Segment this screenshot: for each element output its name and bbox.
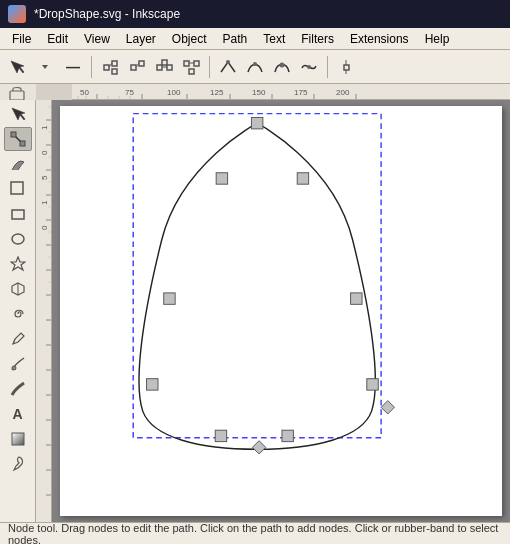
svg-rect-14 (189, 69, 194, 74)
svg-marker-0 (42, 65, 48, 69)
svg-point-18 (280, 62, 285, 67)
svg-rect-47 (12, 210, 24, 219)
menu-path[interactable]: Path (215, 30, 256, 48)
svg-rect-13 (194, 61, 199, 66)
node-sym-btn[interactable] (151, 54, 177, 80)
status-text: Node tool. Drag nodes to edit the path. … (8, 522, 502, 545)
ellipse-tool-btn[interactable] (4, 227, 32, 251)
workspace: 50 75 100 125 150 175 200 (0, 84, 510, 544)
ruler-row: 50 75 100 125 150 175 200 (0, 84, 510, 100)
svg-text:200: 200 (336, 88, 350, 97)
menu-extensions[interactable]: Extensions (342, 30, 417, 48)
node-diamond-bottom-center[interactable] (252, 441, 265, 454)
main-area: A (0, 100, 510, 522)
svg-marker-49 (11, 257, 25, 270)
node-diamond-right[interactable] (381, 401, 394, 414)
menu-view[interactable]: View (76, 30, 118, 48)
title-bar: *DropShape.svg - Inkscape (0, 0, 510, 28)
horizontal-ruler: 50 75 100 125 150 175 200 (72, 84, 510, 100)
svg-rect-10 (167, 65, 172, 70)
cusp-btn[interactable] (215, 54, 241, 80)
selector-tool-btn[interactable] (4, 102, 32, 126)
text-tool-btn[interactable]: A (4, 402, 32, 426)
svg-text:175: 175 (294, 88, 308, 97)
drop-shape[interactable] (139, 123, 375, 449)
calligraphy-btn[interactable] (4, 377, 32, 401)
status-bar: Node tool. Drag nodes to edit the path. … (0, 522, 510, 544)
node-left-lower[interactable] (147, 379, 158, 390)
node-bottom-left[interactable] (215, 430, 226, 441)
svg-point-16 (226, 60, 230, 64)
node-upper-right[interactable] (297, 173, 308, 184)
svg-text:75: 75 (125, 88, 134, 97)
svg-text:0: 0 (40, 150, 49, 155)
svg-rect-45 (20, 141, 25, 146)
svg-point-19 (307, 65, 311, 69)
node-remove-btn[interactable] (124, 54, 150, 80)
svg-rect-53 (12, 433, 24, 445)
shape-svg (60, 106, 502, 516)
tweak-tool-btn[interactable] (4, 152, 32, 176)
menu-bar: File Edit View Layer Object Path Text Fi… (0, 28, 510, 50)
node-right-lower[interactable] (367, 379, 378, 390)
svg-text:1: 1 (40, 125, 49, 130)
node-right-upper[interactable] (351, 293, 362, 304)
menu-file[interactable]: File (4, 30, 39, 48)
auto-smooth-btn[interactable] (296, 54, 322, 80)
dropdown-arrow-btn[interactable] (32, 54, 58, 80)
node-add-btn[interactable] (97, 54, 123, 80)
show-handles-btn[interactable] (333, 54, 359, 80)
canvas-area[interactable] (52, 100, 510, 522)
node-upper-left[interactable] (216, 173, 227, 184)
title-text: *DropShape.svg - Inkscape (34, 7, 180, 21)
node-left-upper[interactable] (164, 293, 175, 304)
symmetric-btn[interactable] (269, 54, 295, 80)
minus-btn[interactable]: — (60, 54, 86, 80)
smooth-btn[interactable] (242, 54, 268, 80)
svg-text:5: 5 (40, 175, 49, 180)
svg-rect-6 (139, 61, 144, 66)
gradient-tool-btn[interactable] (4, 427, 32, 451)
pen-tool-btn[interactable] (4, 352, 32, 376)
svg-rect-2 (112, 61, 117, 66)
svg-text:150: 150 (252, 88, 266, 97)
node-bottom-right[interactable] (282, 430, 293, 441)
node-top[interactable] (251, 117, 262, 128)
star-tool-btn[interactable] (4, 252, 32, 276)
app-icon (8, 5, 26, 23)
canvas-page (60, 106, 502, 516)
3d-box-btn[interactable] (4, 277, 32, 301)
zoom-tool-btn[interactable] (4, 177, 32, 201)
svg-text:0: 0 (40, 225, 49, 230)
svg-text:100: 100 (167, 88, 181, 97)
menu-help[interactable]: Help (417, 30, 458, 48)
svg-text:50: 50 (80, 88, 89, 97)
sep2 (209, 56, 210, 78)
menu-text[interactable]: Text (255, 30, 293, 48)
dropper-tool-btn[interactable] (4, 452, 32, 476)
selection-rect (133, 114, 381, 438)
sep1 (91, 56, 92, 78)
ruler-corner (0, 84, 36, 100)
select-btn[interactable] (4, 54, 30, 80)
rect-tool-btn[interactable] (4, 202, 32, 226)
vertical-ruler: 1 0 5 1 0 (36, 100, 52, 522)
menu-object[interactable]: Object (164, 30, 215, 48)
sep3 (327, 56, 328, 78)
svg-rect-20 (344, 65, 349, 70)
svg-rect-46 (11, 182, 23, 194)
spiral-tool-btn[interactable] (4, 302, 32, 326)
toolbox: A (0, 100, 36, 522)
menu-layer[interactable]: Layer (118, 30, 164, 48)
pencil-tool-btn[interactable] (4, 327, 32, 351)
menu-filters[interactable]: Filters (293, 30, 342, 48)
svg-rect-3 (112, 69, 117, 74)
menu-edit[interactable]: Edit (39, 30, 76, 48)
node-edit-group (97, 54, 204, 80)
curve-type-group (215, 54, 322, 80)
svg-rect-1 (104, 65, 109, 70)
svg-point-52 (12, 366, 16, 370)
svg-rect-5 (131, 65, 136, 70)
node-break-btn[interactable] (178, 54, 204, 80)
node-tool-btn[interactable] (4, 127, 32, 151)
